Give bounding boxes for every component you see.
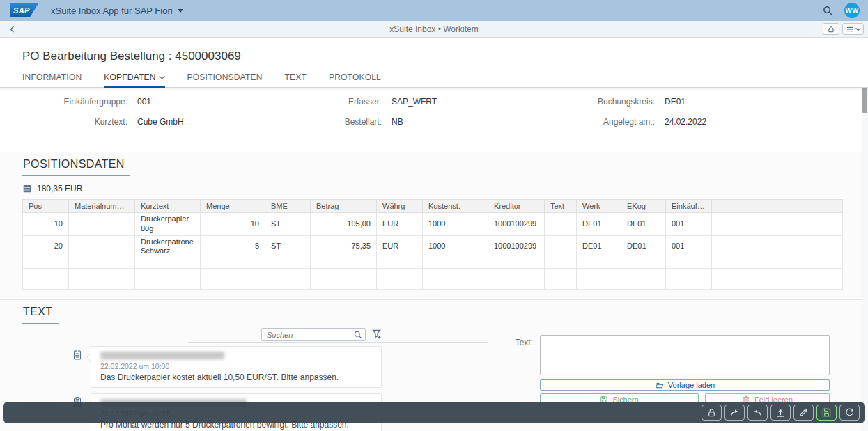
app-title-menu[interactable]: xSuite Inbox App für SAP Fiori xyxy=(51,6,183,16)
search-input[interactable] xyxy=(267,331,353,339)
forward-button[interactable] xyxy=(724,405,745,421)
object-header: PO Bearbeitung Bestellung : 4500003069 I… xyxy=(0,38,868,88)
tab-kopfdaten[interactable]: KOPFDATEN xyxy=(104,72,164,88)
avatar[interactable]: WW xyxy=(844,3,860,18)
tab-text[interactable]: TEXT xyxy=(285,72,307,88)
field-value-buchungskreis: DE01 xyxy=(655,97,846,107)
sap-logo: SAP xyxy=(10,3,38,17)
positionsdaten-section: POSITIONSDATEN 180,35 EUR Pos Materialnu… xyxy=(0,152,868,299)
field-value-einkaeufergruppe: 001 xyxy=(127,97,339,107)
cell-bme[interactable]: ST xyxy=(265,213,311,236)
vertical-scrollbar[interactable] xyxy=(862,38,868,431)
lock-button[interactable] xyxy=(702,405,722,421)
tab-positionsdaten[interactable]: POSITIONSDATEN xyxy=(187,72,263,88)
table-row-empty[interactable] xyxy=(23,258,843,269)
col-menge[interactable]: Menge xyxy=(201,200,265,213)
tab-protokoll[interactable]: PROTOKOLL xyxy=(329,72,381,88)
positionsdaten-heading: POSITIONSDATEN xyxy=(22,158,130,176)
table-row[interactable]: 10 Druckerpapier 80g 10 ST 105,00 EUR 10… xyxy=(23,213,843,236)
text-editor-textarea[interactable] xyxy=(540,335,830,375)
cell-ekog[interactable]: DE01 xyxy=(621,213,666,236)
cell-menge[interactable]: 10 xyxy=(201,213,265,236)
cell-waehrg[interactable]: EUR xyxy=(377,213,423,236)
refresh-button[interactable] xyxy=(839,405,860,421)
col-waehrg[interactable]: Währg xyxy=(377,200,423,213)
text-editor-label: Text: xyxy=(460,338,533,347)
cell-betrag[interactable]: 75,35 xyxy=(311,235,377,258)
divider xyxy=(188,342,488,343)
cell-werk[interactable]: DE01 xyxy=(577,213,621,236)
search-icon[interactable] xyxy=(822,5,833,16)
load-template-button[interactable]: Vorlage laden xyxy=(540,379,830,391)
xsuite-inbox-app-window: SAP xSuite Inbox App für SAP Fiori WW xS… xyxy=(0,0,868,431)
cell-materialnummer[interactable] xyxy=(69,235,135,258)
col-kreditor[interactable]: Kreditor xyxy=(488,200,545,213)
table-row-empty[interactable] xyxy=(23,279,843,290)
cell-kurztext[interactable]: Druckerpatrone Schwarz xyxy=(135,235,201,258)
home-button[interactable] xyxy=(823,23,839,35)
note-item[interactable]: 22.02.2022 um 10:00 Das Druckerpapier ko… xyxy=(91,346,382,388)
col-materialnummer[interactable]: Materialnummer xyxy=(69,200,135,213)
save-button[interactable] xyxy=(816,405,837,421)
undo-button[interactable] xyxy=(747,405,768,421)
field-value-kurztext: Cube GmbH xyxy=(127,117,339,127)
cell-filler xyxy=(712,235,843,258)
cell-betrag[interactable]: 105,00 xyxy=(311,213,377,236)
refresh-icon xyxy=(844,407,855,418)
notes-search-field[interactable] xyxy=(261,328,366,341)
cell-einkaeuferg[interactable]: 001 xyxy=(666,213,712,236)
lock-icon xyxy=(706,407,717,418)
chevron-down-icon xyxy=(855,26,860,31)
table-grow-handle[interactable]: .... xyxy=(22,290,843,296)
cell-kreditor[interactable]: 1000100299 xyxy=(488,235,545,258)
tab-label: TEXT xyxy=(285,72,307,82)
text-heading: TEXT xyxy=(22,306,59,324)
cell-pos[interactable]: 20 xyxy=(23,235,69,258)
cell-pos[interactable]: 10 xyxy=(23,213,69,236)
col-pos[interactable]: Pos xyxy=(23,200,69,213)
cell-menge[interactable]: 5 xyxy=(201,235,265,258)
back-button[interactable] xyxy=(4,24,21,34)
cell-kostenst[interactable]: 1000 xyxy=(423,235,488,258)
field-label-einkaeufergruppe: Einkäufergruppe: xyxy=(22,97,127,107)
upload-icon xyxy=(775,407,786,418)
cell-bme[interactable]: ST xyxy=(265,235,311,258)
cell-werk[interactable]: DE01 xyxy=(577,235,621,258)
folder-open-icon xyxy=(655,381,664,389)
col-kurztext[interactable]: Kurztext xyxy=(135,200,201,213)
overflow-menu-button[interactable] xyxy=(842,23,864,35)
chevron-down-icon xyxy=(159,73,164,79)
col-bme[interactable]: BME xyxy=(265,200,311,213)
cell-materialnummer[interactable] xyxy=(69,213,135,236)
col-betrag[interactable]: Betrag xyxy=(311,200,377,213)
table-row[interactable]: 20 Druckerpatrone Schwarz 5 ST 75,35 EUR… xyxy=(23,235,843,258)
cell-einkaeuferg[interactable]: 001 xyxy=(666,235,712,258)
cell-kurztext[interactable]: Druckerpapier 80g xyxy=(135,213,201,236)
cell-kostenst[interactable]: 1000 xyxy=(423,213,488,236)
col-text[interactable]: Text xyxy=(545,200,577,213)
field-label-erfasser: Erfasser: xyxy=(339,97,382,107)
filter-add-icon[interactable] xyxy=(371,329,382,340)
cell-waehrg[interactable]: EUR xyxy=(377,235,423,258)
edit-button[interactable] xyxy=(793,405,814,421)
col-einkaeuferg[interactable]: Einkäuferg... xyxy=(666,200,712,213)
field-value-angelegt-am: 24.02.2022 xyxy=(655,117,846,127)
note-author-redacted xyxy=(100,352,224,359)
app-title: xSuite Inbox App für SAP Fiori xyxy=(51,6,173,16)
col-werk[interactable]: Werk xyxy=(577,200,621,213)
search-icon[interactable] xyxy=(353,330,362,339)
avatar-initials: WW xyxy=(846,7,859,15)
shell-header: SAP xSuite Inbox App für SAP Fiori WW xyxy=(0,0,868,21)
edit-icon xyxy=(798,407,809,418)
field-label-kurztext: Kurztext: xyxy=(22,117,127,127)
upload-button[interactable] xyxy=(770,405,791,421)
tab-information[interactable]: INFORMATION xyxy=(22,72,82,88)
cell-text[interactable] xyxy=(545,235,577,258)
table-row-empty[interactable] xyxy=(23,269,843,279)
workitem-action-bar xyxy=(3,402,865,423)
cell-kreditor[interactable]: 1000100299 xyxy=(488,213,545,236)
col-kostenst[interactable]: Kostenst. xyxy=(423,200,488,213)
cell-ekog[interactable]: DE01 xyxy=(621,235,666,258)
cell-text[interactable] xyxy=(545,213,577,236)
col-ekog[interactable]: EKog xyxy=(621,200,666,213)
